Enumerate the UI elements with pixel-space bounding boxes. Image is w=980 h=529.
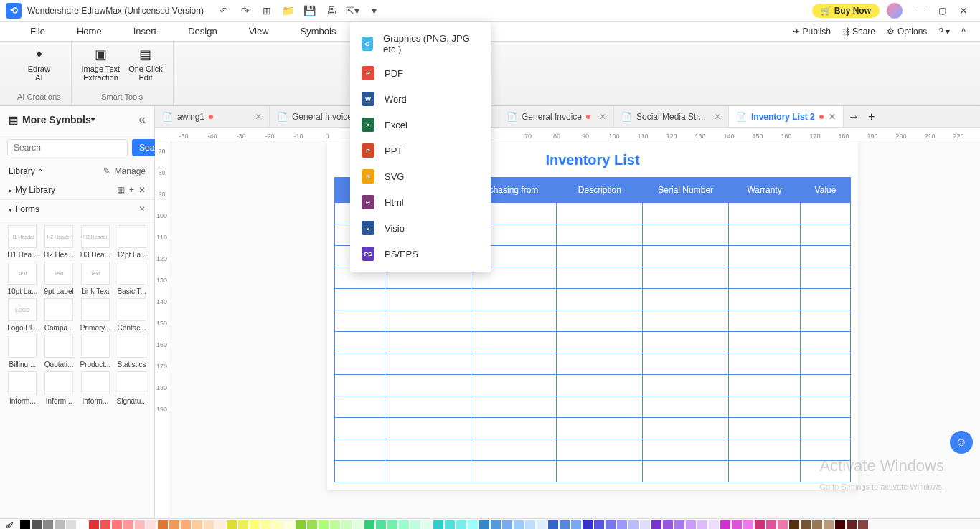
color-swatch[interactable] (20, 520, 30, 530)
table-cell[interactable] (729, 203, 801, 224)
table-cell[interactable] (557, 353, 643, 375)
form-symbol[interactable]: Product... (79, 335, 113, 368)
table-cell[interactable] (471, 418, 557, 439)
export-menu-item[interactable]: WWord (350, 86, 491, 112)
table-cell[interactable] (557, 332, 643, 353)
table-row[interactable] (335, 289, 851, 310)
color-swatch[interactable] (112, 520, 122, 530)
color-swatch[interactable] (215, 520, 225, 530)
forms-header[interactable]: ▾ Forms ✕ (0, 199, 154, 219)
table-cell[interactable] (385, 375, 471, 396)
table-cell[interactable] (471, 375, 557, 396)
color-swatch[interactable] (158, 520, 168, 530)
form-symbol[interactable]: Quotati... (42, 335, 76, 368)
color-swatch[interactable] (571, 520, 581, 530)
export-menu-item[interactable]: GGraphics (PNG, JPG etc.) (350, 27, 491, 60)
table-cell[interactable] (643, 353, 729, 375)
color-swatch[interactable] (89, 520, 99, 530)
menu-home[interactable]: Home (61, 22, 118, 42)
grid-icon[interactable]: ▦ (117, 185, 125, 195)
table-header[interactable]: Value (801, 178, 851, 203)
color-swatch[interactable] (766, 520, 776, 530)
close-button[interactable]: ✕ (953, 0, 974, 22)
table-cell[interactable] (643, 310, 729, 332)
color-swatch[interactable] (651, 520, 661, 530)
form-symbol[interactable]: Text10pt La... (6, 262, 39, 295)
table-cell[interactable] (801, 203, 851, 224)
table-cell[interactable] (471, 353, 557, 375)
table-cell[interactable] (335, 332, 385, 353)
options-button[interactable]: ⚙Options (887, 27, 927, 37)
form-symbol[interactable]: Basic T... (115, 262, 149, 295)
color-swatch[interactable] (55, 520, 65, 530)
more-qat-icon[interactable]: ▾ (369, 5, 380, 16)
color-swatch[interactable] (628, 520, 639, 530)
color-swatch[interactable] (422, 520, 432, 530)
color-swatch[interactable] (606, 520, 616, 530)
my-library-row[interactable]: ▸ My Library ▦+✕ (0, 181, 154, 199)
document-tab[interactable]: 📄General Invoice✕ (499, 106, 614, 128)
color-swatch[interactable] (169, 520, 179, 530)
form-symbol[interactable]: Signatu... (115, 371, 149, 405)
table-cell[interactable] (729, 396, 801, 418)
table-cell[interactable] (557, 439, 643, 461)
table-header[interactable]: Description (557, 178, 643, 203)
table-cell[interactable] (643, 418, 729, 439)
color-swatch[interactable] (445, 520, 455, 530)
table-cell[interactable] (385, 461, 471, 482)
manage-link[interactable]: Manage (115, 166, 146, 176)
form-symbol[interactable]: Statistics (115, 335, 149, 368)
color-swatch[interactable] (238, 520, 248, 530)
form-symbol[interactable]: Contac... (115, 298, 149, 332)
color-swatch[interactable] (330, 520, 340, 530)
color-swatch[interactable] (801, 520, 811, 530)
table-cell[interactable] (385, 396, 471, 418)
table-cell[interactable] (471, 439, 557, 461)
color-swatch[interactable] (387, 520, 397, 530)
image-text-extraction-button[interactable]: ▣ Image Text Extraction (82, 46, 121, 82)
save-icon[interactable]: 💾 (304, 5, 316, 16)
color-swatch[interactable] (261, 520, 271, 530)
color-swatch[interactable] (789, 520, 799, 530)
form-symbol[interactable]: Billing ... (6, 335, 39, 368)
color-swatch[interactable] (204, 520, 214, 530)
color-swatch[interactable] (537, 520, 547, 530)
form-symbol[interactable]: H3 HeaderH3 Hea... (79, 225, 113, 259)
table-cell[interactable] (557, 224, 643, 246)
color-swatch[interactable] (491, 520, 501, 530)
edraw-ai-button[interactable]: ✦ Edraw AI (28, 46, 50, 82)
form-symbol[interactable]: 12pt La... (115, 225, 149, 259)
color-swatch[interactable] (146, 520, 156, 530)
table-cell[interactable] (729, 310, 801, 332)
table-cell[interactable] (643, 461, 729, 482)
minimize-button[interactable]: — (910, 0, 931, 22)
table-cell[interactable] (557, 418, 643, 439)
table-header[interactable]: Serial Number (643, 178, 729, 203)
color-swatch[interactable] (319, 520, 329, 530)
eyedropper-icon[interactable]: ✐ (6, 520, 14, 530)
redo-icon[interactable]: ↷ (240, 5, 251, 16)
table-cell[interactable] (335, 353, 385, 375)
table-cell[interactable] (643, 246, 729, 267)
form-symbol[interactable]: Compa... (42, 298, 76, 332)
form-symbol[interactable]: Inform... (42, 371, 76, 405)
tab-nav-right-icon[interactable]: → (844, 110, 864, 123)
table-cell[interactable] (643, 396, 729, 418)
table-cell[interactable] (729, 353, 801, 375)
color-swatch[interactable] (341, 520, 352, 530)
color-swatch[interactable] (617, 520, 627, 530)
color-swatch[interactable] (824, 520, 834, 530)
table-cell[interactable] (801, 332, 851, 353)
table-cell[interactable] (557, 289, 643, 310)
table-cell[interactable] (801, 267, 851, 289)
table-row[interactable] (335, 439, 851, 461)
table-cell[interactable] (643, 289, 729, 310)
table-cell[interactable] (729, 224, 801, 246)
table-cell[interactable] (335, 439, 385, 461)
color-swatch[interactable] (66, 520, 76, 530)
open-icon[interactable]: 📁 (283, 5, 294, 16)
table-row[interactable] (335, 332, 851, 353)
table-cell[interactable] (801, 439, 851, 461)
table-cell[interactable] (643, 267, 729, 289)
table-cell[interactable] (801, 396, 851, 418)
